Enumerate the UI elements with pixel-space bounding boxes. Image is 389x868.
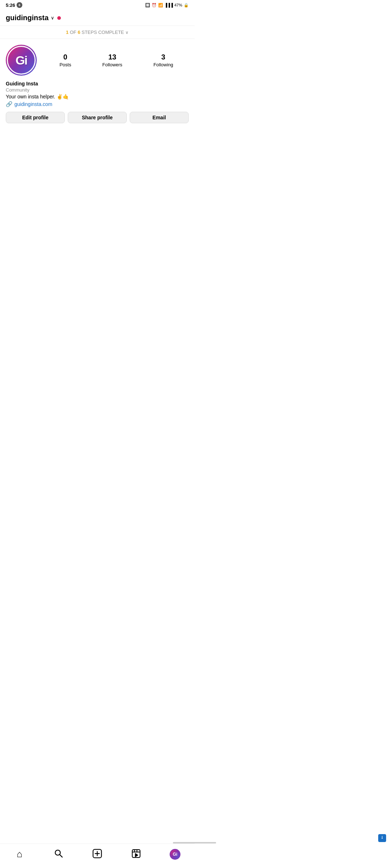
steps-banner[interactable]: 1 OF 6 STEPS COMPLETE ∨ xyxy=(0,26,194,39)
profile-link-text: guidinginsta.com xyxy=(14,101,52,107)
header-username[interactable]: guidinginsta xyxy=(6,14,49,22)
posts-stat[interactable]: 0 Posts xyxy=(59,53,71,67)
steps-label: STEPS COMPLETE xyxy=(82,30,125,35)
dropdown-chevron-icon[interactable]: ∨ xyxy=(51,15,54,21)
following-count: 3 xyxy=(161,53,165,61)
following-label: Following xyxy=(153,62,173,67)
wifi-icon: 📶 xyxy=(158,3,163,8)
profile-bio-text: Your own insta helper. ✌️🤙 xyxy=(6,94,189,99)
followers-count: 13 xyxy=(108,53,116,61)
profile-link[interactable]: 🔗 guidinginsta.com xyxy=(6,101,189,107)
profile-action-buttons: Edit profile Share profile Email xyxy=(6,112,189,123)
posts-label: Posts xyxy=(59,62,71,67)
profile-bio: Guiding Insta Community Your own insta h… xyxy=(6,81,189,107)
profile-top-row: Gi 0 Posts 13 Followers 3 Following xyxy=(6,45,189,76)
steps-total: 6 xyxy=(78,30,80,35)
profile-display-name: Guiding Insta xyxy=(6,81,189,87)
profile-category: Community xyxy=(6,87,189,93)
signal-icon: ▐▐▐ xyxy=(165,3,173,7)
steps-current: 1 xyxy=(66,30,68,35)
followers-label: Followers xyxy=(102,62,122,67)
battery-icon: 🔒 xyxy=(184,3,189,8)
status-bar: 5:26 6 🔲 ⏰ 📶 ▐▐▐ 47% 🔒 xyxy=(0,0,194,10)
posts-count: 0 xyxy=(63,53,67,61)
edit-profile-button[interactable]: Edit profile xyxy=(6,112,65,123)
email-button[interactable]: Email xyxy=(130,112,189,123)
sim-icon: 🔲 xyxy=(145,3,150,8)
notification-dot xyxy=(57,16,61,20)
notification-badge: 6 xyxy=(17,2,22,8)
avatar-text: Gi xyxy=(15,53,27,67)
followers-stat[interactable]: 13 Followers xyxy=(102,53,122,67)
steps-of: OF xyxy=(70,30,78,35)
profile-stats: 0 Posts 13 Followers 3 Following xyxy=(44,53,189,67)
share-profile-button[interactable]: Share profile xyxy=(68,112,127,123)
profile-header: guidinginsta ∨ xyxy=(0,10,194,26)
status-icons: 🔲 ⏰ 📶 ▐▐▐ 47% 🔒 xyxy=(145,3,189,8)
battery: 47% xyxy=(174,3,182,7)
avatar-inner: Gi xyxy=(7,46,36,75)
status-time: 5:26 6 xyxy=(6,2,22,8)
alarm-icon: ⏰ xyxy=(152,3,157,8)
link-icon: 🔗 xyxy=(6,101,13,107)
avatar[interactable]: Gi xyxy=(6,45,37,76)
steps-chevron-icon: ∨ xyxy=(125,30,129,35)
following-stat[interactable]: 3 Following xyxy=(153,53,173,67)
profile-section: Gi 0 Posts 13 Followers 3 Following Guid… xyxy=(0,39,194,123)
